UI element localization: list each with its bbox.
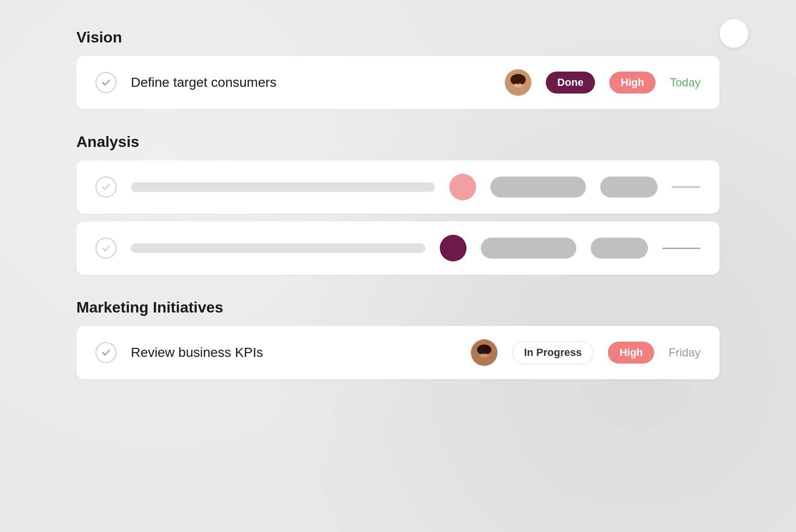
task-name: Define target consumers xyxy=(131,75,490,90)
status-badge[interactable]: In Progress xyxy=(512,341,594,364)
skeleton-priority-badge xyxy=(591,238,648,259)
section-title-marketing: Marketing Initiatives xyxy=(76,299,720,316)
skeleton-task-name xyxy=(131,243,425,253)
due-date: Friday xyxy=(669,346,700,359)
section-vision: Vision Define target consumers DoneHighT… xyxy=(76,29,720,109)
svg-point-5 xyxy=(514,79,517,82)
skeleton-date xyxy=(672,186,700,188)
task-card[interactable]: Define target consumers DoneHighToday xyxy=(76,56,720,109)
task-card[interactable] xyxy=(76,221,720,275)
check-icon[interactable] xyxy=(96,238,117,259)
task-name: Review business KPIs xyxy=(131,345,456,360)
status-badge[interactable]: Done xyxy=(546,72,595,94)
task-card[interactable] xyxy=(76,160,720,214)
avatar xyxy=(505,69,531,96)
avatar-placeholder xyxy=(449,174,476,200)
check-icon[interactable] xyxy=(96,342,117,363)
section-analysis: Analysis xyxy=(76,133,720,275)
priority-badge[interactable]: High xyxy=(608,342,654,364)
due-date: Today xyxy=(670,76,700,89)
skeleton-task-name xyxy=(131,182,435,192)
check-icon[interactable] xyxy=(96,72,117,93)
check-icon[interactable] xyxy=(96,177,117,198)
skeleton-date xyxy=(662,248,700,249)
skeleton-status-badge xyxy=(490,177,586,198)
svg-point-13 xyxy=(486,350,488,352)
section-marketing: Marketing Initiatives Review business KP… xyxy=(76,299,720,379)
lightning-button[interactable] xyxy=(720,19,748,48)
task-card[interactable]: Review business KPIs In ProgressHighFrid… xyxy=(76,326,720,379)
svg-point-12 xyxy=(480,350,483,352)
priority-badge[interactable]: High xyxy=(609,72,656,94)
avatar xyxy=(471,339,498,366)
svg-point-6 xyxy=(520,79,522,82)
section-title-vision: Vision xyxy=(76,29,720,46)
skeleton-priority-badge xyxy=(600,177,658,198)
skeleton-status-badge xyxy=(481,238,576,259)
svg-point-10 xyxy=(477,344,491,355)
avatar-placeholder xyxy=(440,235,467,261)
section-title-analysis: Analysis xyxy=(76,133,720,151)
